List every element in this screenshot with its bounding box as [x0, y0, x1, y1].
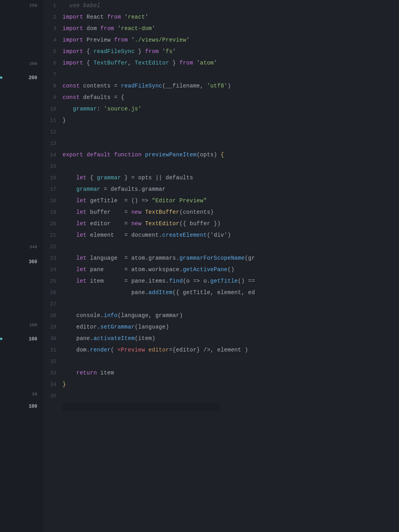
token: addItem	[148, 289, 173, 296]
token: '	[145, 14, 148, 20]
line-content: pane.activateItem(item)	[63, 333, 399, 344]
line-number: 20	[44, 218, 63, 230]
line-content: console.info(language, grammar)	[63, 310, 399, 321]
token: let	[76, 255, 87, 261]
minimap-label: 100	[29, 323, 37, 327]
line-content	[63, 138, 399, 149]
line-content: let { grammar } = opts || defaults	[63, 172, 399, 183]
line-number: 3	[44, 23, 63, 34]
token	[63, 324, 76, 330]
token: (opts)	[197, 152, 221, 158]
token: ()	[228, 266, 234, 273]
line-number: 19	[44, 207, 63, 218]
code-line: 31 dom.render( <Preview editor={editor} …	[44, 344, 399, 356]
token: ={editor} />, element )	[169, 347, 248, 353]
line-number: 34	[44, 379, 63, 390]
token: console	[76, 312, 101, 319]
token: let	[76, 209, 87, 215]
code-line: 24 let pane = atom.workspace.getActivePa…	[44, 264, 399, 276]
code-line: 17 grammar = defaults.grammar	[44, 184, 399, 195]
code-line: 29 editor.setGrammar(language)	[44, 321, 399, 333]
code-line: 14export default function previewPaneIte…	[44, 149, 399, 161]
token: item = pane.items.	[87, 278, 169, 284]
line-number: 25	[44, 276, 63, 287]
token: info	[104, 312, 118, 319]
line-number: 23	[44, 253, 63, 264]
token: let	[76, 266, 87, 273]
line-content: pane.addItem({ getTitle, element, ed	[63, 287, 399, 298]
code-line: 33 return item	[44, 367, 399, 379]
code-line: 35	[44, 390, 399, 402]
token: import	[63, 25, 83, 32]
line-number: 16	[44, 173, 63, 184]
token: element = document.	[87, 232, 162, 238]
token: <Preview	[118, 347, 145, 353]
token: import	[63, 60, 83, 66]
line-content: let language = atom.grammars.grammarForS…	[63, 253, 399, 264]
minimap-label: 200	[29, 61, 37, 66]
token	[63, 347, 76, 353]
line-number: 22	[44, 241, 63, 253]
code-line: 20 let editor = new TextEditor({ buffer …	[44, 218, 399, 230]
line-content	[63, 161, 399, 172]
line-number: 27	[44, 299, 63, 310]
token: item	[97, 370, 114, 376]
line-number: 4	[44, 35, 63, 46]
code-line: 22	[44, 241, 399, 253]
line-content	[63, 126, 399, 137]
token: let	[76, 220, 87, 227]
code-area[interactable]: 1 use babel2import React from 'react'3im…	[44, 0, 399, 532]
token: import	[63, 14, 83, 20]
code-line: 13	[44, 138, 399, 149]
token: Preview	[83, 37, 114, 43]
token: contents =	[80, 83, 121, 89]
line-number: 8	[44, 81, 63, 92]
token: from	[145, 48, 159, 55]
token	[63, 220, 76, 227]
minimap-label: 200	[28, 75, 37, 81]
code-line: 2import React from 'react'	[44, 11, 399, 23]
token: dom	[83, 25, 100, 32]
code-line: 23 let language = atom.grammars.grammarF…	[44, 253, 399, 264]
token: createElement	[162, 232, 207, 238]
token: react	[128, 14, 145, 20]
token: editor	[76, 324, 97, 330]
line-content	[63, 298, 399, 310]
token: )	[228, 83, 231, 89]
token	[63, 232, 76, 238]
token: setGrammar	[101, 324, 135, 330]
token	[63, 186, 76, 192]
token: use babel	[63, 2, 101, 9]
token: (__filename,	[162, 83, 207, 89]
line-number: 15	[44, 161, 63, 172]
code-line: 4import Preview from './views/Preview'	[44, 34, 399, 46]
code-line: 9const defaults = {	[44, 92, 399, 103]
token: (o => o.	[183, 278, 210, 284]
line-number: 31	[44, 345, 63, 356]
code-line: 32	[44, 356, 399, 367]
token: getTitle = () =>	[87, 198, 152, 204]
line-number: 11	[44, 115, 63, 126]
line-content: let buffer = new TextBuffer(contents)	[63, 207, 399, 218]
token: '	[114, 25, 121, 32]
token: ('div')	[207, 232, 231, 238]
line-content: let item = pane.items.find(o => o.getTit…	[63, 276, 399, 287]
scrollbar[interactable]	[63, 403, 221, 411]
line-number: 26	[44, 287, 63, 298]
code-line: 18 let getTitle = () => "Editor Preview"	[44, 195, 399, 207]
line-content: import Preview from './views/Preview'	[63, 34, 399, 46]
line-content: let element = document.createElement('di…	[63, 230, 399, 241]
line-content: import { TextBuffer, TextEditor } from '…	[63, 57, 399, 68]
token	[63, 175, 76, 181]
line-number: 32	[44, 356, 63, 367]
line-number: 1	[44, 0, 63, 11]
token: TextBuffer	[93, 60, 128, 66]
code-line: 28 console.info(language, grammar)	[44, 310, 399, 321]
token: '	[152, 25, 156, 32]
token: grammar	[73, 106, 97, 112]
token: 'utf8'	[207, 83, 228, 89]
token	[63, 370, 76, 376]
code-line: 27	[44, 298, 399, 310]
token	[63, 278, 76, 284]
token: language = atom.grammars.	[87, 255, 179, 261]
